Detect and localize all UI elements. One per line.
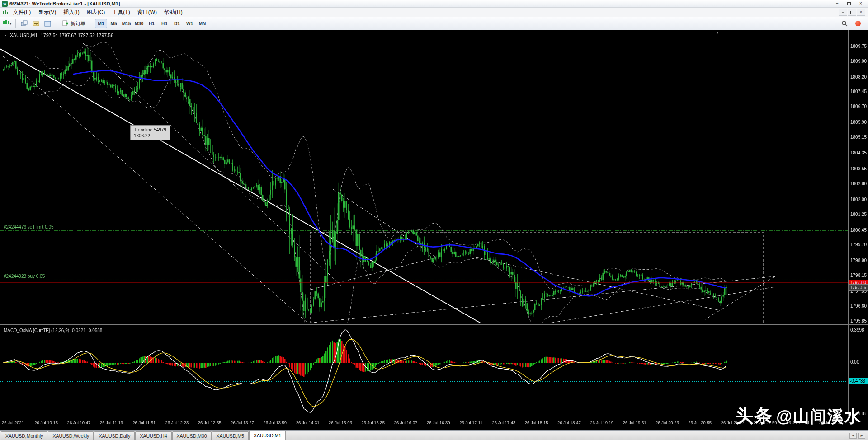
- new-order-icon: [62, 20, 68, 27]
- menu-item-1[interactable]: 显示(V): [34, 8, 60, 17]
- menu-item-3[interactable]: 图表(C): [83, 8, 109, 17]
- time-label: 26 Jul 17:43: [492, 420, 516, 425]
- live-indicator-button[interactable]: [853, 19, 863, 28]
- tab-xauusd-monthly[interactable]: XAUUSD,Monthly: [1, 431, 47, 440]
- time-label: 26 Jul 17:11: [459, 420, 482, 425]
- timeframe-mn[interactable]: MN: [196, 19, 208, 28]
- tab-xauusd-daily[interactable]: XAUUSD,Daily: [94, 431, 135, 440]
- chart-system-icon[interactable]: [3, 9, 8, 15]
- record-dot-icon: [855, 21, 861, 26]
- child-close-button[interactable]: ×: [857, 9, 865, 16]
- timeframe-m1[interactable]: M1: [95, 19, 107, 28]
- timeframe-m15[interactable]: M15: [120, 19, 132, 28]
- time-label: 26 Jul 11:19: [100, 420, 123, 425]
- time-label: 26 Jul 19:51: [623, 420, 646, 425]
- tabs-scroll-left-button[interactable]: ◄: [849, 433, 857, 439]
- price-tick: 1806.70: [850, 104, 868, 109]
- minimize-button[interactable]: −: [832, 0, 843, 7]
- dropdown-caret-icon: ▾: [9, 22, 11, 26]
- child-restore-button[interactable]: [848, 9, 856, 16]
- tooltip-line1: Trendline 54979: [134, 127, 166, 133]
- new-order-label: 新订单: [71, 20, 85, 27]
- price-chart-canvas[interactable]: [0, 30, 868, 430]
- time-label: 26 Jul 2021: [2, 420, 24, 425]
- timeframe-d1[interactable]: D1: [171, 19, 183, 28]
- auto-scroll-button[interactable]: [30, 19, 41, 28]
- time-label: 26 Jul 14:31: [296, 420, 320, 425]
- tab-xauusd-weekly[interactable]: XAUUSD,Weekly: [48, 431, 94, 440]
- price-tick: 1805.15: [850, 135, 868, 140]
- toolbar-separator: [92, 19, 92, 28]
- price-tick: 1809.75: [850, 44, 868, 49]
- close-button[interactable]: ×: [855, 0, 866, 7]
- child-minimize-button[interactable]: −: [839, 9, 847, 16]
- profiles-button[interactable]: [19, 19, 29, 28]
- timeframe-h4[interactable]: H4: [158, 19, 170, 28]
- price-tick: 1809.00: [850, 59, 868, 64]
- maximize-icon: [847, 2, 851, 5]
- mt4-window: W 6694321: WeTradeBroker-Live1 - [XAUUSD…: [0, 0, 868, 440]
- price-tick: 1804.35: [850, 150, 868, 155]
- new-order-button[interactable]: 新订单: [59, 19, 89, 28]
- sell-limit-order-label[interactable]: #24244476 sell limit 0.05: [4, 225, 54, 229]
- time-label: 26 Jul 10:47: [67, 420, 91, 425]
- tab-xauusd-m30[interactable]: XAUUSD,M30: [172, 431, 212, 440]
- timeframe-w1[interactable]: W1: [184, 19, 196, 28]
- time-label: 26 Jul 19:19: [590, 420, 613, 425]
- macd-indicator-label: MACD_OsMA [CurrTF] (12,26,9) -0.0221 -0.…: [4, 328, 102, 333]
- timeframe-m30[interactable]: M30: [133, 19, 145, 28]
- toolbar: ▾ 新订单 M1M5M15M30H1H4D1W1MN: [0, 17, 868, 30]
- chart-shift-button[interactable]: [42, 19, 53, 28]
- tab-xauusd-h4[interactable]: XAUUSD,H4: [135, 431, 171, 440]
- macd-value-badge: -0.4733: [849, 378, 868, 384]
- chart-shift-marker-icon[interactable]: ▼: [716, 31, 719, 35]
- watermark-handle: @山间溪水: [776, 407, 862, 426]
- menu-item-6[interactable]: 帮助(H): [160, 8, 186, 17]
- toolbar-separator: [15, 19, 16, 28]
- price-tick: 1796.60: [850, 304, 868, 309]
- tab-xauusd-m5[interactable]: XAUUSD,M5: [212, 431, 249, 440]
- new-chart-button[interactable]: ▾: [2, 19, 13, 28]
- price-tick: 1799.70: [850, 242, 868, 247]
- collapse-arrow-icon[interactable]: ▼: [4, 34, 7, 37]
- watermark-brand: 头条: [735, 406, 773, 426]
- chart-tabs: XAUUSD,MonthlyXAUUSD,WeeklyXAUUSD,DailyX…: [1, 431, 286, 440]
- price-tick: 1802.80: [850, 181, 868, 186]
- chart-ohlc-label: ▼ XAUUSD,M1 1797.54 1797.67 1797.52 1797…: [4, 33, 113, 38]
- price-tick: 1803.55: [850, 166, 868, 171]
- price-tick: 1801.25: [850, 212, 868, 217]
- time-label: 26 Jul 20:23: [656, 420, 679, 425]
- time-label: 26 Jul 18:15: [525, 420, 548, 425]
- watermark: 头条 @山间溪水: [735, 403, 862, 428]
- time-label: 26 Jul 13:27: [231, 420, 254, 425]
- price-tick: 1802.00: [850, 197, 868, 202]
- time-label: 26 Jul 10:15: [34, 420, 58, 425]
- time-label: 26 Jul 16:07: [394, 420, 418, 425]
- macd-scale-zero: 0.00: [850, 360, 868, 365]
- tooltip-line2: 1806.22: [134, 133, 166, 139]
- chart-area: ▼ XAUUSD,M1 1797.54 1797.67 1797.52 1797…: [0, 30, 868, 430]
- timeframe-m5[interactable]: M5: [108, 19, 120, 28]
- time-label: 26 Jul 15:03: [329, 420, 352, 425]
- candlestick-chart-icon: [3, 19, 9, 28]
- chart-ohlc-values: 1797.54 1797.67 1797.52 1797.56: [41, 33, 113, 38]
- tabs-scroll-right-button[interactable]: ►: [858, 433, 865, 439]
- title-bar: W 6694321: WeTradeBroker-Live1 - [XAUUSD…: [0, 0, 868, 8]
- price-tick: 1800.45: [850, 228, 868, 233]
- maximize-button[interactable]: [844, 0, 854, 7]
- tab-xauusd-m1[interactable]: XAUUSD,M1: [249, 431, 286, 440]
- bid-price-badge: 1797.56: [849, 285, 868, 290]
- menu-item-4[interactable]: 工具(T): [108, 8, 133, 17]
- menu-item-2[interactable]: 插入(I): [60, 8, 83, 17]
- timeframe-h1[interactable]: H1: [146, 19, 158, 28]
- price-tick: 1807.45: [850, 89, 868, 94]
- menu-item-5[interactable]: 窗口(W): [134, 8, 160, 17]
- menu-item-0[interactable]: 文件(F): [9, 8, 34, 17]
- price-tick: 1805.90: [850, 120, 868, 125]
- time-label: 26 Jul 20:55: [688, 420, 712, 425]
- search-button[interactable]: [839, 19, 850, 28]
- time-label: 26 Jul 16:39: [427, 420, 450, 425]
- timeframe-switcher: M1M5M15M30H1H4D1W1MN: [95, 19, 208, 28]
- buy-order-label[interactable]: #24244923 buy 0.05: [4, 274, 45, 279]
- chart-symbol: XAUUSD,M1: [10, 33, 38, 38]
